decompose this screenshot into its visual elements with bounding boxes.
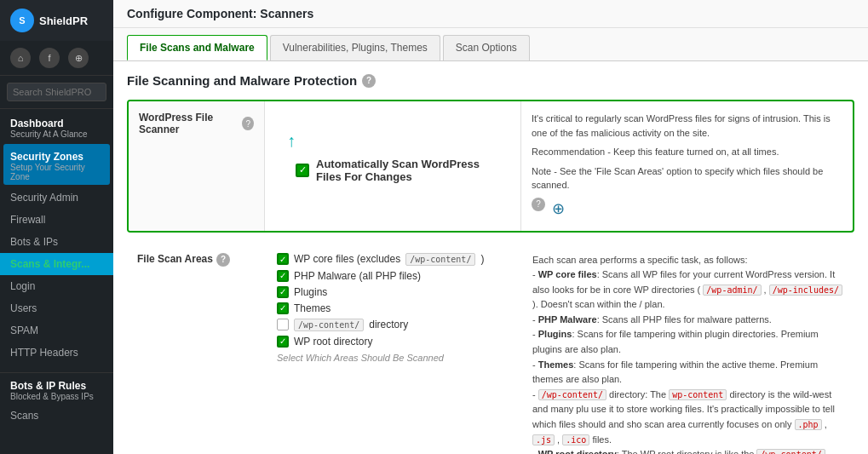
- wordpress-icon: ⊕: [552, 198, 565, 221]
- tab-bar: File Scans and Malware Vulnerabilities, …: [113, 28, 868, 61]
- search-input[interactable]: [7, 83, 106, 101]
- tab-vulnerabilities[interactable]: Vulnerabilities, Plugins, Themes: [270, 35, 440, 60]
- logo-text: ShieldPR: [39, 14, 88, 27]
- scanner-checkbox-row[interactable]: ✓ Automatically Scan WordPress Files For…: [296, 158, 507, 183]
- bots-ip-rules-section[interactable]: Bots & IP Rules Blocked & Bypass IPs: [0, 372, 113, 405]
- section-help-icon[interactable]: ?: [362, 74, 376, 88]
- sidebar-item-http-headers[interactable]: HTTP Headers: [0, 342, 113, 364]
- scanner-label: WordPress File Scanner: [139, 112, 239, 135]
- code-wp-admin: /wp-admin/: [703, 284, 761, 296]
- scanner-option-label: Automatically Scan WordPress Files For C…: [316, 158, 507, 183]
- arrow-indicator: ↑: [287, 132, 296, 149]
- scan-option-wp-root: ✓ WP root directory: [277, 336, 509, 348]
- home-icon[interactable]: ⌂: [10, 48, 31, 68]
- scan-option-label-1: PHP Malware (all PHP files): [294, 270, 421, 282]
- scan-option-php-malware: ✓ PHP Malware (all PHP files): [277, 270, 509, 282]
- checkbox-php-malware[interactable]: ✓: [277, 270, 289, 282]
- security-zones-sub: Setup Your Security Zone: [10, 163, 103, 181]
- kw-php-malware: PHP Malware: [538, 314, 597, 325]
- scan-areas-help-icon[interactable]: ?: [216, 253, 230, 267]
- scan-option-label-0: WP core files (excludes: [294, 253, 400, 265]
- scanner-desc-help-icon[interactable]: ?: [532, 198, 545, 211]
- scanner-checkbox[interactable]: ✓: [296, 164, 309, 177]
- scanner-note: Note - See the 'File Scan Areas' option …: [532, 164, 842, 193]
- code-wp-content-desc: /wp-content/: [538, 389, 606, 400]
- sidebar-logo: S ShieldPR: [0, 0, 113, 41]
- scan-areas-label: File Scan Areas: [137, 253, 213, 265]
- sidebar-security-zones-section[interactable]: Security Zones Setup Your Security Zone: [3, 144, 110, 185]
- security-zones-label: Security Zones: [10, 151, 103, 163]
- sidebar-item-bots-ips[interactable]: Bots & IPs: [0, 231, 113, 253]
- kw-plugins: Plugins: [538, 329, 572, 339]
- sidebar-item-scans[interactable]: Scans & Integr...: [0, 253, 113, 275]
- code-wp-content-dir: /wp-content/: [294, 319, 364, 331]
- scan-helper-text: Select Which Areas Should Be Scanned: [277, 353, 509, 363]
- sidebar-item-security-admin[interactable]: Security Admin: [0, 187, 113, 209]
- scan-areas-row: File Scan Areas ? ✓ WP core files (exclu…: [127, 244, 854, 455]
- code-ico: .ico: [562, 434, 589, 445]
- scanner-description: It's critical to regularly scan WordPres…: [520, 101, 853, 231]
- code-js: .js: [532, 434, 555, 445]
- scanner-label-area: WordPress File Scanner ?: [129, 101, 265, 231]
- sidebar-item-spam[interactable]: SPAM: [0, 319, 113, 342]
- scanner-option-area: ↑ ✓ Automatically Scan WordPress Files F…: [265, 101, 520, 231]
- scan-areas-options: ✓ WP core files (excludes /wp-content/ )…: [263, 244, 522, 455]
- checkbox-wp-root[interactable]: ✓: [277, 336, 289, 348]
- scan-areas-label-area: File Scan Areas ?: [127, 244, 263, 455]
- dashboard-label: Dashboard: [10, 118, 103, 129]
- scan-option-label-2: Plugins: [294, 286, 327, 298]
- scan-option-label-3: Themes: [294, 302, 331, 314]
- scanner-card: WordPress File Scanner ? ↑ ✓ Automatical…: [127, 100, 854, 233]
- shield-icon: S: [10, 9, 34, 32]
- scan-areas-description: Each scan area performs a specific task,…: [522, 244, 854, 455]
- dashboard-sub: Security At A Glance: [10, 129, 103, 139]
- sidebar-dashboard-section[interactable]: Dashboard Security At A Glance: [0, 109, 113, 142]
- sidebar-nav: Dashboard Security At A Glance Security …: [0, 109, 113, 454]
- code-wp-content-3: /wp-content/: [756, 449, 825, 454]
- tab-file-scans[interactable]: File Scans and Malware: [127, 35, 267, 60]
- scan-option-label-4: directory: [369, 319, 408, 330]
- section-title: File Scanning and Malware Protection: [127, 73, 357, 88]
- tab-content: File Scanning and Malware Protection ? W…: [113, 61, 868, 454]
- facebook-icon[interactable]: f: [39, 48, 60, 68]
- kw-wp-core: WP core files: [538, 269, 597, 279]
- sidebar-item-firewall[interactable]: Firewall: [0, 209, 113, 231]
- scanner-help-icon[interactable]: ?: [242, 117, 254, 130]
- checkbox-plugins[interactable]: ✓: [277, 286, 289, 298]
- bots-ip-rules-sub: Blocked & Bypass IPs: [10, 392, 103, 401]
- sidebar-item-login[interactable]: Login: [0, 275, 113, 297]
- scan-option-suffix-0: ): [480, 253, 484, 265]
- scan-option-plugins: ✓ Plugins: [277, 286, 509, 298]
- checkbox-wp-core[interactable]: ✓: [277, 253, 289, 265]
- code-wp-includes: /wp-includes/: [769, 284, 842, 296]
- globe-icon[interactable]: ⊕: [68, 48, 89, 68]
- kw-themes: Themes: [538, 359, 574, 370]
- tab-scan-options[interactable]: Scan Options: [443, 35, 530, 60]
- sidebar-item-scans-bottom[interactable]: Scans: [0, 405, 113, 427]
- code-wp-content-2: wp-content: [669, 389, 727, 400]
- search-bar: [0, 76, 113, 109]
- checkbox-themes[interactable]: ✓: [277, 302, 289, 314]
- kw-wp-root: WP root directory: [538, 449, 617, 454]
- code-php: .php: [795, 419, 822, 430]
- sidebar-icon-row: ⌂ f ⊕: [0, 41, 113, 76]
- main-content: Configure Component: Scanners File Scans…: [113, 0, 868, 454]
- page-title: Configure Component: Scanners: [113, 0, 868, 28]
- scanner-desc-1: It's critical to regularly scan WordPres…: [532, 112, 842, 140]
- scan-option-themes: ✓ Themes: [277, 302, 509, 314]
- scan-option-wp-core: ✓ WP core files (excludes /wp-content/ ): [277, 253, 509, 266]
- scan-areas-desc-intro: Each scan area performs a specific task,…: [532, 253, 844, 268]
- sidebar-item-users[interactable]: Users: [0, 297, 113, 319]
- sidebar: S ShieldPR ⌂ f ⊕ Dashboard Security At A…: [0, 0, 113, 454]
- scanner-icon-row: ? ⊕: [532, 198, 842, 221]
- checkbox-wp-content-dir[interactable]: [277, 319, 289, 330]
- scanner-recommendation: Recommendation - Keep this feature turne…: [532, 145, 842, 159]
- scan-option-wp-content-dir: /wp-content/ directory: [277, 319, 509, 331]
- bots-ip-rules-label: Bots & IP Rules: [10, 380, 103, 392]
- scan-option-label-5: WP root directory: [294, 336, 372, 348]
- section-header: File Scanning and Malware Protection ?: [127, 73, 854, 88]
- code-wp-content: /wp-content/: [405, 253, 475, 266]
